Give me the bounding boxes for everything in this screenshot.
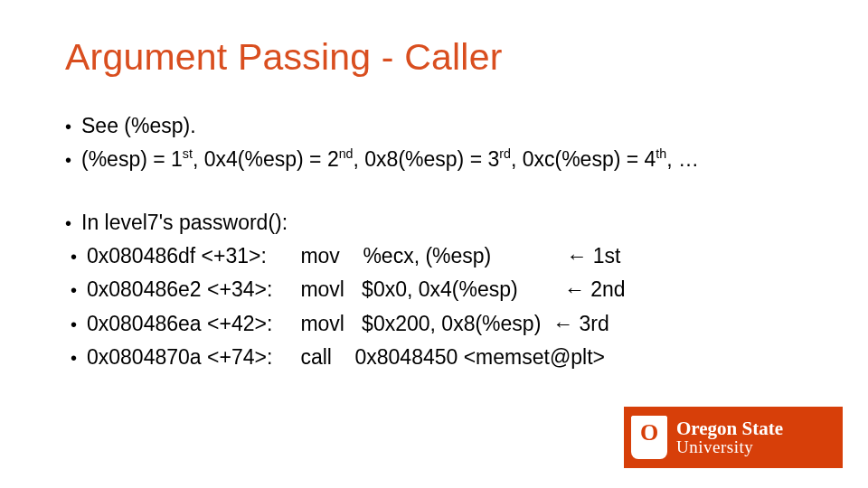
ordinal-sup: th — [656, 147, 666, 162]
code-row-1: 0x080486df <+31>: mov %ecx, (%esp) ← 1st — [65, 241, 803, 271]
code-note: 3rd — [573, 312, 609, 335]
bullet-text: (%esp) = 1st, 0x4(%esp) = 2nd, 0x8(%esp)… — [81, 145, 699, 174]
logo-mark: O — [640, 419, 658, 446]
code-note: 2nd — [585, 277, 626, 301]
bullet-dot — [71, 241, 87, 271]
text-fragment: , 0xc(%esp) = 4 — [511, 147, 656, 171]
ordinal-sup: rd — [499, 147, 511, 162]
logo-shield-icon: O — [631, 416, 667, 459]
text-fragment: , 0x8(%esp) = 3 — [354, 147, 500, 171]
code-instruction: movl $0x0, 0x4(%esp) — [300, 277, 558, 301]
bullet-2: (%esp) = 1st, 0x4(%esp) = 2nd, 0x8(%esp)… — [65, 145, 803, 174]
bullet-list: See (%esp). (%esp) = 1st, 0x4(%esp) = 2n… — [65, 111, 803, 372]
code-instruction: mov %ecx, (%esp) — [300, 244, 561, 267]
logo-text: Oregon State University — [676, 419, 783, 456]
code-instruction: movl $0x200, 0x8(%esp) — [300, 312, 546, 335]
logo-line-2: University — [676, 438, 783, 455]
code-address: 0x080486e2 <+34>: — [87, 275, 295, 305]
ordinal-sup: nd — [339, 147, 354, 162]
spacer — [65, 179, 803, 204]
bullet-dot — [71, 275, 87, 305]
bullet-dot — [65, 145, 81, 174]
bullet-text: See (%esp). — [81, 111, 196, 141]
bullet-text: In level7's password(): — [81, 208, 288, 238]
arrow-left-icon: ← — [566, 244, 587, 267]
code-line: 0x080486df <+31>: mov %ecx, (%esp) ← 1st — [87, 241, 620, 271]
code-address: 0x080486ea <+42>: — [87, 309, 295, 339]
bullet-dot — [71, 309, 87, 339]
ordinal-sup: st — [183, 147, 193, 162]
text-fragment: , 0x4(%esp) = 2 — [193, 147, 339, 171]
code-row-4: 0x0804870a <+74>: call 0x8048450 <memset… — [65, 343, 803, 372]
slide: Argument Passing - Caller See (%esp). (%… — [0, 0, 868, 488]
text-fragment: , … — [666, 147, 699, 171]
bullet-3: In level7's password(): — [65, 208, 803, 238]
text-fragment: (%esp) = 1 — [81, 147, 183, 171]
slide-title: Argument Passing - Caller — [65, 36, 803, 79]
bullet-dot — [65, 208, 81, 238]
bullet-1: See (%esp). — [65, 111, 803, 141]
code-line: 0x080486ea <+42>: movl $0x200, 0x8(%esp)… — [87, 309, 609, 339]
oregon-state-logo: O Oregon State University — [624, 407, 843, 468]
code-note: 1st — [587, 244, 620, 267]
bullet-dot — [65, 111, 81, 141]
code-address: 0x0804870a <+74>: — [87, 343, 295, 372]
code-row-2: 0x080486e2 <+34>: movl $0x0, 0x4(%esp) ←… — [65, 275, 803, 305]
bullet-dot — [71, 343, 87, 372]
code-line: 0x080486e2 <+34>: movl $0x0, 0x4(%esp) ←… — [87, 275, 626, 305]
arrow-left-icon: ← — [552, 312, 573, 335]
code-row-3: 0x080486ea <+42>: movl $0x200, 0x8(%esp)… — [65, 309, 803, 339]
code-line: 0x0804870a <+74>: call 0x8048450 <memset… — [87, 343, 605, 372]
code-address: 0x080486df <+31>: — [87, 241, 295, 271]
code-instruction: call 0x8048450 <memset@plt> — [300, 345, 605, 369]
logo-line-1: Oregon State — [676, 419, 783, 438]
arrow-left-icon: ← — [564, 277, 585, 301]
